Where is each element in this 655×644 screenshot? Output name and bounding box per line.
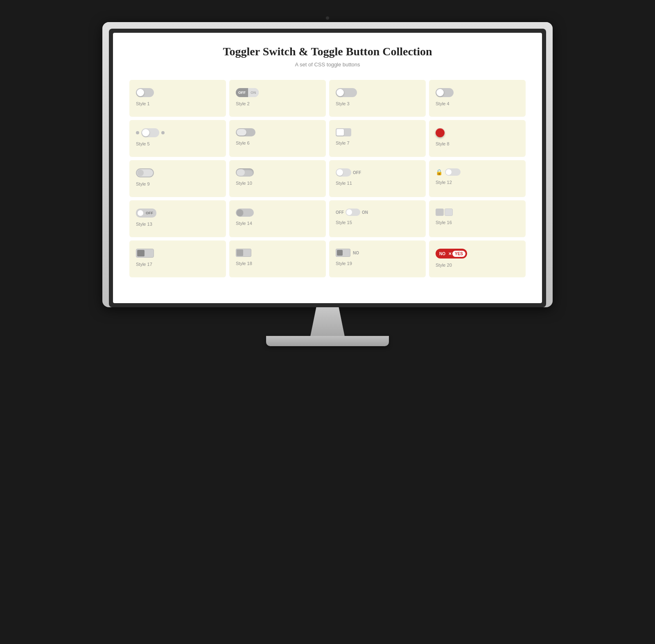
style-10-cell: Style 10 [229,160,326,197]
monitor-stand-base [266,336,389,346]
toggle-20-x: ✕ [448,252,452,256]
style-14-label: Style 14 [236,221,252,226]
toggle-style-20[interactable]: NO ✕ YES [436,249,467,259]
toggle-off-label: OFF [236,88,248,97]
toggle-20-yes: YES [452,251,465,257]
toggle-style-2[interactable]: OFF ON [236,88,259,97]
style-18-cell: Style 18 [229,240,326,277]
toggle-style-11-wrap: OFF [336,168,361,177]
monitor-bezel: Toggler Switch & Toggle Button Collectio… [109,29,546,307]
dot-left [136,131,139,134]
style-4-label: Style 4 [436,101,449,106]
toggle-style-12-wrap: 🔒 [436,168,461,176]
toggle-grid: Style 1 OFF ON Style 2 [129,80,526,277]
style-7-label: Style 7 [336,141,350,145]
lock-icon: 🔒 [436,169,443,175]
page-title: Toggler Switch & Toggle Button Collectio… [129,45,526,58]
toggle-16-box1 [436,209,444,216]
style-15-label: Style 15 [336,220,352,225]
style-19-cell: NO Style 19 [329,240,426,277]
toggle-style-4[interactable] [436,88,454,97]
monitor-screen: Toggler Switch & Toggle Button Collectio… [113,33,542,303]
style-2-label: Style 2 [236,101,250,106]
toggle-style-15-wrap: OFF ON [336,209,368,216]
page-subtitle: A set of CSS toggle buttons [129,61,526,68]
style-16-cell: Style 16 [429,200,526,237]
toggle-style-19[interactable] [336,249,350,257]
style-17-cell: Style 17 [129,240,226,277]
style-15-cell: OFF ON Style 15 [329,200,426,237]
style-3-cell: Style 3 [329,80,426,117]
toggle-style-18[interactable] [236,249,251,257]
style-18-label: Style 18 [236,261,252,266]
toggle-style-5-wrap [136,128,165,137]
style-10-label: Style 10 [236,181,252,186]
toggle-style-14[interactable] [236,209,254,217]
style-13-cell: OFF Style 13 [129,200,226,237]
toggle-on-label: ON [248,88,259,97]
toggle-style-1[interactable] [136,88,154,97]
style-3-label: Style 3 [336,101,350,106]
toggle-style-7[interactable] [336,128,351,136]
toggle-style-6[interactable] [236,128,255,136]
toggle-16-box2 [445,209,453,216]
style-9-label: Style 9 [136,181,150,186]
style-4-cell: Style 4 [429,80,526,117]
toggle-style-19-wrap: NO [336,249,359,257]
toggle-style-13[interactable]: OFF [136,209,156,218]
style-9-cell: Style 9 [129,160,226,197]
style-12-cell: 🔒 Style 12 [429,160,526,197]
toggle-11-text: OFF [353,170,361,175]
toggle-style-15[interactable] [346,209,360,216]
style-12-label: Style 12 [436,180,452,185]
style-1-cell: Style 1 [129,80,226,117]
style-2-cell: OFF ON Style 2 [229,80,326,117]
style-16-label: Style 16 [436,220,452,225]
toggle-style-17[interactable] [136,249,154,258]
style-19-label: Style 19 [336,261,352,266]
toggle-style-12[interactable] [445,168,461,176]
style-17-label: Style 17 [136,262,152,267]
style-11-cell: OFF Style 11 [329,160,426,197]
toggle-style-16[interactable] [436,209,453,216]
style-14-cell: Style 14 [229,200,326,237]
style-8-label: Style 8 [436,141,449,146]
style-13-label: Style 13 [136,222,152,227]
style-5-label: Style 5 [136,141,150,146]
toggle-style-3[interactable] [336,88,357,97]
toggle-style-9[interactable] [136,168,154,177]
style-1-label: Style 1 [136,101,150,106]
toggle-20-no: NO [437,252,447,256]
toggle-style-5[interactable] [141,128,159,137]
style-5-cell: Style 5 [129,120,226,157]
toggle-19-no: NO [353,251,359,255]
monitor-frame: Toggler Switch & Toggle Button Collectio… [102,22,553,307]
style-20-cell: NO ✕ YES Style 20 [429,240,526,277]
toggle-style-10[interactable] [236,168,254,177]
screen-content: Toggler Switch & Toggle Button Collectio… [113,33,542,294]
toggle-15-on: ON [362,210,368,215]
style-20-label: Style 20 [436,263,452,268]
toggle-15-off: OFF [336,210,344,215]
toggle-style-11[interactable] [336,168,351,177]
toggle-13-text: OFF [146,211,153,215]
style-7-cell: Style 7 [329,120,426,157]
style-6-label: Style 6 [236,141,250,145]
style-8-cell: Style 8 [429,120,526,157]
toggle-style-8[interactable] [436,128,445,137]
style-6-cell: Style 6 [229,120,326,157]
camera-dot [326,16,329,20]
monitor: Toggler Switch & Toggle Button Collectio… [102,16,553,346]
dot-right [161,131,165,134]
style-11-label: Style 11 [336,181,352,186]
monitor-stand-neck [305,307,350,336]
